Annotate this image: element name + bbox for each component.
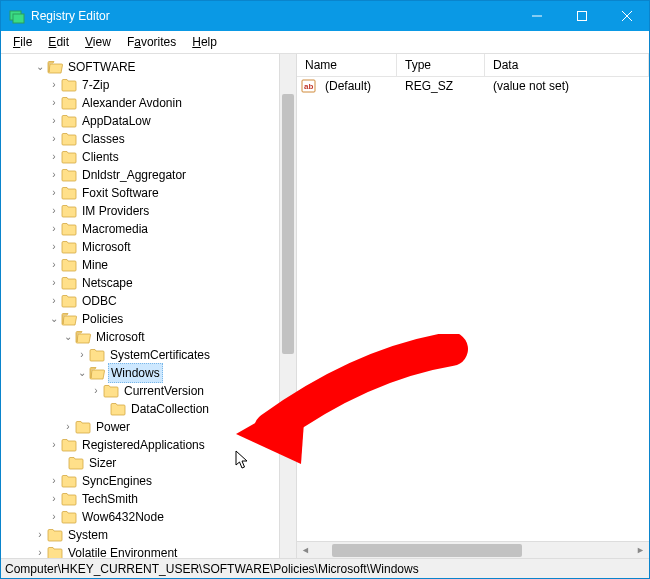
tree-node[interactable]: ›SystemCertificates: [5, 346, 296, 364]
menu-edit[interactable]: Edit: [41, 33, 76, 51]
tree-node[interactable]: ›Mine: [5, 256, 296, 274]
value-type: REG_SZ: [397, 79, 485, 93]
menu-file[interactable]: File: [6, 33, 39, 51]
expand-icon[interactable]: ›: [47, 184, 61, 202]
expand-icon[interactable]: ›: [47, 220, 61, 238]
tree-label: Power: [94, 418, 132, 436]
folder-icon: [103, 384, 119, 398]
folder-icon: [68, 456, 84, 470]
content-area: ⌄SOFTWARE›7-Zip›Alexander Avdonin›AppDat…: [1, 54, 649, 558]
expand-icon[interactable]: ›: [47, 490, 61, 508]
list-hscroll-thumb[interactable]: [332, 544, 522, 557]
expand-icon[interactable]: ›: [47, 292, 61, 310]
expand-icon[interactable]: ›: [47, 238, 61, 256]
tree-node[interactable]: ›Classes: [5, 130, 296, 148]
expand-icon[interactable]: ›: [33, 526, 47, 544]
tree-node[interactable]: ›Alexander Avdonin: [5, 94, 296, 112]
folder-icon: [61, 438, 77, 452]
tree-label: DataCollection: [129, 400, 211, 418]
expand-icon[interactable]: ›: [75, 346, 89, 364]
tree-node[interactable]: ›System: [5, 526, 296, 544]
folder-icon: [61, 258, 77, 272]
expand-icon[interactable]: ›: [33, 544, 47, 558]
collapse-icon[interactable]: ⌄: [33, 58, 47, 76]
tree-pane[interactable]: ⌄SOFTWARE›7-Zip›Alexander Avdonin›AppDat…: [1, 54, 297, 558]
tree-node[interactable]: ›Macromedia: [5, 220, 296, 238]
col-name[interactable]: Name: [297, 54, 397, 76]
expand-icon[interactable]: ›: [47, 112, 61, 130]
tree-node[interactable]: ›Foxit Software: [5, 184, 296, 202]
tree-node[interactable]: ›Volatile Environment: [5, 544, 296, 558]
folder-icon: [61, 186, 77, 200]
expand-icon[interactable]: ›: [47, 94, 61, 112]
menu-favorites[interactable]: Favorites: [120, 33, 183, 51]
expand-icon[interactable]: ›: [47, 148, 61, 166]
folder-icon: [89, 348, 105, 362]
tree-node[interactable]: ›ODBC: [5, 292, 296, 310]
tree-node[interactable]: ›Wow6432Node: [5, 508, 296, 526]
menu-view[interactable]: View: [78, 33, 118, 51]
tree-label: Dnldstr_Aggregator: [80, 166, 188, 184]
folder-icon: [61, 294, 77, 308]
expand-icon[interactable]: ›: [47, 76, 61, 94]
tree-node[interactable]: DataCollection: [5, 400, 296, 418]
tree-label: TechSmith: [80, 490, 140, 508]
expand-icon[interactable]: ›: [47, 256, 61, 274]
tree-node-policies[interactable]: ⌄Policies: [5, 310, 296, 328]
expand-icon[interactable]: ›: [47, 130, 61, 148]
list-row[interactable]: ab (Default) REG_SZ (value not set): [297, 77, 649, 95]
tree-node[interactable]: ›SyncEngines: [5, 472, 296, 490]
value-name: (Default): [317, 79, 397, 93]
tree-node[interactable]: ›IM Providers: [5, 202, 296, 220]
tree-node[interactable]: ›Power: [5, 418, 296, 436]
tree-node[interactable]: ›Dnldstr_Aggregator: [5, 166, 296, 184]
scroll-left-icon[interactable]: ◄: [297, 545, 314, 555]
folder-icon: [61, 78, 77, 92]
collapse-icon[interactable]: ⌄: [75, 364, 89, 382]
tree-label: RegisteredApplications: [80, 436, 207, 454]
list-hscroll[interactable]: ◄ ►: [297, 541, 649, 558]
tree-scroll-thumb[interactable]: [282, 94, 294, 354]
tree-node[interactable]: ›AppDataLow: [5, 112, 296, 130]
tree-node[interactable]: ›Microsoft: [5, 238, 296, 256]
tree-label: 7-Zip: [80, 76, 111, 94]
col-data[interactable]: Data: [485, 54, 649, 76]
window-title: Registry Editor: [31, 9, 514, 23]
folder-icon: [110, 402, 126, 416]
tree-node[interactable]: ›CurrentVersion: [5, 382, 296, 400]
scroll-right-icon[interactable]: ►: [632, 545, 649, 555]
expand-icon[interactable]: ›: [47, 202, 61, 220]
col-type[interactable]: Type: [397, 54, 485, 76]
expand-icon[interactable]: ›: [47, 274, 61, 292]
tree-scrollbar[interactable]: [279, 54, 296, 558]
tree-node[interactable]: ›Netscape: [5, 274, 296, 292]
maximize-button[interactable]: [559, 1, 604, 31]
collapse-icon[interactable]: ⌄: [47, 310, 61, 328]
expand-icon[interactable]: ›: [47, 166, 61, 184]
expand-icon[interactable]: ›: [47, 436, 61, 454]
tree-node[interactable]: ›RegisteredApplications: [5, 436, 296, 454]
tree-node[interactable]: ›TechSmith: [5, 490, 296, 508]
expand-icon[interactable]: ›: [89, 382, 103, 400]
tree-node-windows[interactable]: ⌄Windows: [5, 364, 296, 382]
folder-icon: [61, 114, 77, 128]
list-header[interactable]: Name Type Data: [297, 54, 649, 77]
folder-icon: [61, 240, 77, 254]
tree-label: Netscape: [80, 274, 135, 292]
tree-label: Microsoft: [94, 328, 147, 346]
tree-node-software[interactable]: ⌄SOFTWARE: [5, 58, 296, 76]
tree-node[interactable]: Sizer: [5, 454, 296, 472]
expand-icon[interactable]: ›: [47, 472, 61, 490]
tree-node[interactable]: ›7-Zip: [5, 76, 296, 94]
expand-icon[interactable]: ›: [47, 508, 61, 526]
collapse-icon[interactable]: ⌄: [61, 328, 75, 346]
minimize-button[interactable]: [514, 1, 559, 31]
expand-icon[interactable]: ›: [61, 418, 75, 436]
menu-help[interactable]: Help: [185, 33, 224, 51]
tree-node-microsoft[interactable]: ⌄Microsoft: [5, 328, 296, 346]
tree-label: Alexander Avdonin: [80, 94, 184, 112]
close-button[interactable]: [604, 1, 649, 31]
tree-node[interactable]: ›Clients: [5, 148, 296, 166]
svg-rect-1: [13, 14, 24, 23]
list-body[interactable]: ab (Default) REG_SZ (value not set): [297, 77, 649, 541]
